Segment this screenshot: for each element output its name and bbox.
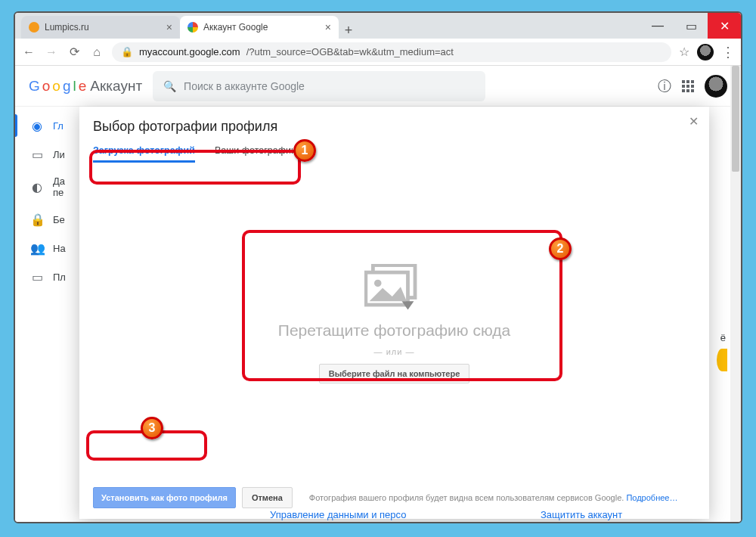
page-scrollbar[interactable]: [730, 66, 741, 522]
link-protect-account[interactable]: Защитить аккаунт: [541, 509, 622, 520]
drop-zone[interactable]: Перетащите фотографию сюда — или — Выбер…: [93, 167, 696, 480]
sidebar-item-label: Бе: [53, 214, 65, 225]
user-circle-icon: ◉: [30, 119, 44, 133]
dialog-close-icon[interactable]: ✕: [689, 114, 699, 129]
footer-note: Фотография вашего профиля будет видна вс…: [309, 493, 678, 502]
reload-button[interactable]: ⟳: [67, 45, 82, 59]
sidebar-item-label: На: [53, 243, 66, 254]
tab-title: Аккаунт Google: [203, 22, 268, 33]
search-placeholder: Поиск в аккаунте Google: [184, 80, 305, 92]
close-icon[interactable]: ×: [166, 21, 172, 33]
tabstrip: Lumpics.ru × Аккаунт Google × +: [15, 13, 641, 39]
account-avatar[interactable]: [705, 75, 727, 98]
learn-more-link[interactable]: Подробнее…: [626, 493, 677, 502]
url-path: /?utm_source=OGB&tab=wk&utm_medium=act: [246, 46, 454, 57]
lock-icon: 🔒: [30, 213, 44, 227]
scrollbar-thumb[interactable]: [732, 66, 739, 172]
lock-icon: 🔒: [121, 46, 133, 57]
photo-picker-dialog: ✕ Выбор фотографии профиля Загрузка фото…: [79, 107, 709, 519]
peek-text: ё: [720, 332, 726, 343]
google-header: Google Аккаунт 🔍 Поиск в аккаунте Google…: [15, 66, 741, 107]
set-as-profile-button[interactable]: Установить как фото профиля: [93, 487, 236, 508]
url-host: myaccount.google.com: [139, 46, 240, 57]
dialog-title: Выбор фотографии профиля: [93, 116, 696, 145]
search-icon: 🔍: [163, 80, 176, 92]
cancel-button[interactable]: Отмена: [242, 487, 293, 508]
sidebar-item-label: Дапе: [53, 175, 65, 198]
image-placeholder-icon: [364, 264, 425, 314]
tab-your-photos[interactable]: Ваши фотографии: [215, 145, 296, 163]
main-column: ё ✕ Выбор фотографии профиля Загрузка фо…: [79, 107, 741, 522]
sidebar-item-label: Гл: [53, 120, 64, 132]
page-body: ◉Гл ▭Ли ◐Дапе 🔒Бе 👥На ▭Пл ё ✕ Выбор фото…: [15, 107, 741, 522]
minimize-button[interactable]: —: [641, 13, 674, 39]
google-logo: Google Аккаунт: [29, 78, 142, 95]
dialog-tabs: Загрузка фотографий Ваши фотографии: [93, 145, 696, 167]
sidebar-item-label: Пл: [53, 272, 66, 283]
favicon-lumpics: [29, 22, 39, 33]
chrome-menu-icon[interactable]: ⋮: [721, 44, 735, 61]
new-tab-button[interactable]: +: [339, 23, 358, 39]
close-icon[interactable]: ×: [325, 21, 331, 33]
sidebar: ◉Гл ▭Ли ◐Дапе 🔒Бе 👥На ▭Пл: [15, 107, 79, 522]
sidebar-item-people[interactable]: 👥На: [15, 234, 79, 262]
bookmark-star-icon[interactable]: ☆: [679, 45, 689, 59]
sidebar-item-data[interactable]: ◐Дапе: [15, 169, 79, 205]
address-bar: ← → ⟳ ⌂ 🔒 myaccount.google.com/?utm_sour…: [15, 39, 741, 66]
tab-google-account[interactable]: Аккаунт Google ×: [180, 16, 339, 39]
or-divider: — или —: [374, 347, 415, 356]
link-manage-data[interactable]: Управление данными и персо: [270, 509, 406, 520]
drop-text: Перетащите фотографию сюда: [278, 321, 510, 340]
titlebar: Lumpics.ru × Аккаунт Google × + — ▭ ✕: [15, 13, 741, 39]
forward-button[interactable]: →: [44, 45, 59, 59]
id-card-icon: ▭: [30, 147, 44, 162]
sidebar-item-home[interactable]: ◉Гл: [15, 111, 79, 140]
peek-badge: [717, 349, 727, 371]
dialog-footer: Установить как фото профиля Отмена Фотог…: [93, 480, 696, 508]
svg-point-2: [373, 279, 381, 287]
omnibox[interactable]: 🔒 myaccount.google.com/?utm_source=OGB&t…: [112, 42, 671, 62]
page-content: Google Аккаунт 🔍 Поиск в аккаунте Google…: [15, 66, 741, 522]
people-icon: 👥: [30, 241, 44, 256]
choose-file-button[interactable]: Выберите файл на компьютере: [319, 364, 470, 383]
apps-grid-icon[interactable]: [682, 80, 694, 92]
tab-upload[interactable]: Загрузка фотографий: [93, 145, 195, 163]
sidebar-item-label: Ли: [53, 149, 65, 160]
sidebar-item-security[interactable]: 🔒Бе: [15, 205, 79, 234]
browser-window: Lumpics.ru × Аккаунт Google × + — ▭ ✕ ← …: [14, 11, 742, 523]
tab-lumpics[interactable]: Lumpics.ru ×: [21, 16, 180, 39]
home-button[interactable]: ⌂: [89, 45, 104, 59]
favicon-google: [187, 22, 198, 33]
back-button[interactable]: ←: [21, 45, 36, 59]
window-controls: — ▭ ✕: [641, 13, 741, 39]
account-search[interactable]: 🔍 Поиск в аккаунте Google: [153, 71, 485, 101]
sidebar-item-payments[interactable]: ▭Пл: [15, 262, 79, 291]
toggle-icon: ◐: [30, 180, 44, 194]
close-window-button[interactable]: ✕: [708, 13, 741, 39]
tab-title: Lumpics.ru: [45, 22, 89, 33]
help-icon[interactable]: ⓘ: [658, 77, 671, 95]
sidebar-item-personal[interactable]: ▭Ли: [15, 140, 79, 169]
product-name: Аккаунт: [90, 78, 142, 95]
maximize-button[interactable]: ▭: [674, 13, 708, 39]
card-icon: ▭: [30, 270, 44, 284]
chrome-profile-avatar[interactable]: [697, 44, 714, 61]
